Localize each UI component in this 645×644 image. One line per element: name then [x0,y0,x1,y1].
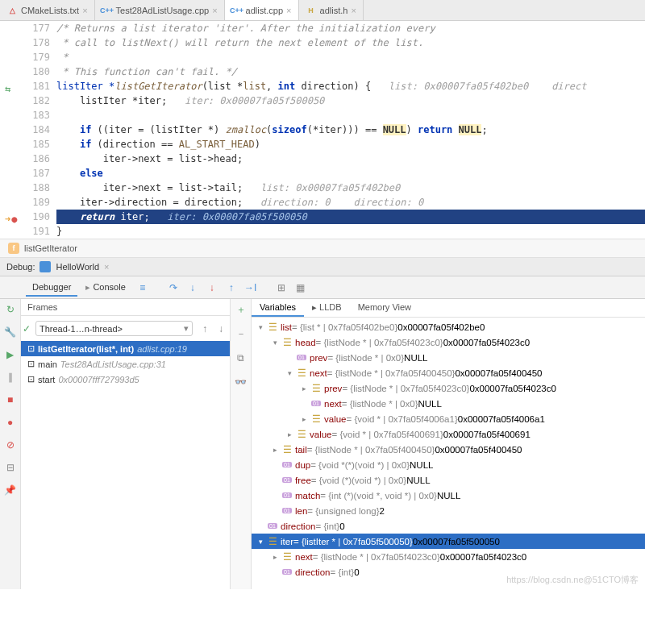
thread-selector[interactable]: Thread-1…n-thread>▾ [35,321,193,336]
variable-row[interactable]: 01match = {int (*)(void *, void *) | 0x0… [252,488,645,503]
stack-frame[interactable]: ⊡ main Test28AdListUsage.cpp:31 [21,356,230,372]
duplicate-icon[interactable]: ⧉ [234,351,248,365]
line-number[interactable]: ➜●190 [0,210,50,224]
line-number[interactable]: ⇆181 [0,79,50,93]
breadcrumb[interactable]: f listGetIterator [0,239,645,258]
object-icon: ☰ [281,444,293,455]
lldb-tab[interactable]: ▸ LLDB [304,299,350,317]
line-number[interactable]: 189 [0,195,50,210]
file-tab[interactable]: Hadlist.h× [299,0,364,20]
variable-row[interactable]: 01prev = {listNode * | 0x0} NULL [252,350,645,365]
line-number[interactable]: 177 [0,21,50,35]
line-number[interactable]: 183 [0,108,50,123]
file-tab[interactable]: C++Test28AdListUsage.cpp× [95,0,225,20]
variable-row[interactable]: 01free = {void (*)(void *) | 0x0} NULL [252,472,645,488]
code-area[interactable]: /* Returns a list iterator 'iter'. After… [56,21,645,239]
variable-row[interactable]: ▸☰tail = {listNode * | 0x7fa05f400450} 0… [252,442,645,457]
close-tab-icon[interactable]: × [82,6,87,15]
memory-view-tab[interactable]: Memory View [350,299,419,317]
settings-icon[interactable]: 🔧 [3,325,18,339]
stack-frame[interactable]: ⊡ start 0x00007fff727993d5 [21,372,230,387]
variables-tab[interactable]: Variables [252,299,304,317]
resume-icon[interactable]: ▶ [3,347,18,362]
variable-row[interactable]: ▾☰iter = {listIter * | 0x7fa05f500050} 0… [252,534,645,549]
console-tab[interactable]: ▸ Console [79,279,131,296]
var-type: = {listNode * | 0x7fa05f400450} [307,445,435,455]
prev-frame-icon[interactable]: ↑ [198,322,212,336]
pause-icon[interactable]: ∥ [3,370,18,384]
variable-row[interactable]: ▾☰head = {listNode * | 0x7fa05f4023c0} 0… [252,334,645,350]
force-step-into-icon[interactable]: ↓ [203,279,221,297]
step-out-icon[interactable]: ↑ [223,279,240,297]
close-icon[interactable]: × [104,262,109,272]
var-value: 0x00007fa05f4023c0 [469,384,556,393]
run-to-cursor-icon[interactable]: →I [242,279,260,297]
variable-row[interactable]: 01direction = {int} 0 [252,518,645,534]
line-number[interactable]: 178 [0,35,50,50]
var-type: = {listNode * | 0x0} [342,399,418,409]
line-number[interactable]: 185 [0,137,50,152]
cmake-file-icon: △ [6,5,18,16]
cpp-file-icon: C++ [231,5,243,16]
tree-twistie-icon[interactable]: ▾ [269,339,281,347]
tree-twistie-icon[interactable]: ▸ [298,384,310,393]
line-number[interactable]: 187 [0,166,50,181]
variable-row[interactable]: ▾☰list = {list * | 0x7fa05f402be0} 0x000… [252,319,645,334]
var-name: direction [295,567,330,577]
tree-twistie-icon[interactable]: ▸ [269,446,281,454]
variable-row[interactable]: ▾☰next = {listNode * | 0x7fa05f400450} 0… [252,365,645,380]
add-watch-icon[interactable]: ＋ [234,302,248,317]
mute-breakpoints-icon[interactable]: ⊘ [3,438,18,452]
line-number[interactable]: 182 [0,93,50,108]
close-tab-icon[interactable]: × [212,6,217,15]
variable-row[interactable]: 01next = {listNode * | 0x0} NULL [252,396,645,411]
show-execution-point-icon[interactable]: ≡ [134,279,152,297]
step-over-icon[interactable]: ↷ [164,279,182,297]
glasses-icon[interactable]: 👓 [234,375,248,389]
variable-row[interactable]: ▸☰value = {void * | 0x7fa05f4006a1} 0x00… [252,411,645,426]
step-into-icon[interactable]: ↓ [184,279,202,297]
variable-row[interactable]: ▸☰value = {void * | 0x7fa05f400691} 0x00… [252,426,645,442]
var-name: dup [295,460,310,470]
primitive-icon: 01 [310,398,322,409]
variables-panel: Variables ▸ LLDB Memory View ▾☰list = {l… [252,299,645,589]
line-number[interactable]: 184 [0,123,50,137]
file-tab[interactable]: C++adlist.cpp× [225,0,299,20]
stop-icon[interactable]: ■ [3,393,18,407]
tree-twistie-icon[interactable]: ▾ [284,369,295,377]
frames-title: Frames [21,299,230,316]
tree-twistie-icon[interactable]: ▸ [269,553,281,561]
remove-watch-icon[interactable]: － [234,326,248,341]
close-tab-icon[interactable]: × [351,6,356,15]
file-tab[interactable]: △CMakeLists.txt× [0,0,95,20]
line-number[interactable]: 179 [0,50,50,64]
rerun-icon[interactable]: ↻ [3,302,18,317]
line-number[interactable]: 186 [0,152,50,166]
tree-twistie-icon[interactable]: ▾ [255,323,266,331]
variables-tree[interactable]: ▾☰list = {list * | 0x7fa05f402be0} 0x000… [252,318,645,589]
view-breakpoints-icon[interactable]: ● [3,415,18,430]
object-icon: ☰ [266,536,279,547]
layout-icon[interactable]: ⊟ [3,460,18,475]
evaluate-icon[interactable]: ⊞ [273,279,290,297]
tree-twistie-icon[interactable]: ▸ [298,415,310,423]
var-value: 0x00007fa05f402be0 [397,322,485,332]
variable-row[interactable]: 01len = {unsigned long} 2 [252,503,645,518]
close-tab-icon[interactable]: × [286,6,291,15]
debugger-tab[interactable]: Debugger [26,279,77,297]
var-value: NULL [410,460,433,470]
line-number[interactable]: 180 [0,64,50,79]
trace-icon[interactable]: ▦ [292,279,310,297]
line-number[interactable]: 188 [0,181,50,195]
line-number[interactable]: 191 [0,224,50,239]
tree-twistie-icon[interactable]: ▾ [255,538,266,546]
stack-frame[interactable]: ⊡ listGetIterator(list*, int) adlist.cpp… [21,341,230,356]
pin-icon[interactable]: 📌 [3,483,18,497]
variable-row[interactable]: ▸☰next = {listNode * | 0x7fa05f4023c0} 0… [252,549,645,564]
var-name: head [295,338,316,347]
debug-body: ↻ 🔧 ▶ ∥ ■ ● ⊘ ⊟ 📌 Frames ✓ Thread-1…n-th… [0,299,645,589]
variable-row[interactable]: 01dup = {void *(*)(void *) | 0x0} NULL [252,457,645,472]
variable-row[interactable]: ▸☰prev = {listNode * | 0x7fa05f4023c0} 0… [252,380,645,396]
tree-twistie-icon[interactable]: ▸ [284,430,295,438]
next-frame-icon[interactable]: ↓ [214,322,228,336]
